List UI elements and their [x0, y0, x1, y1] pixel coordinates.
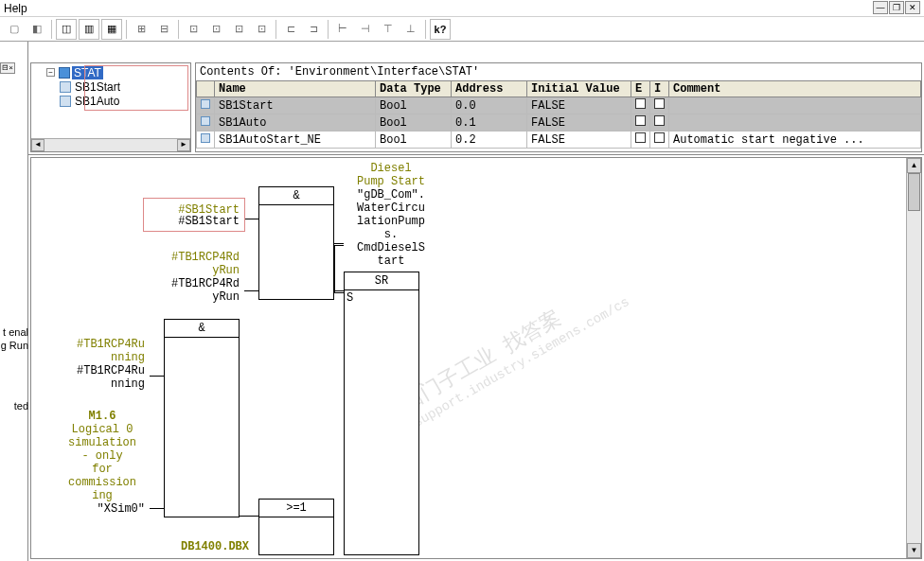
checkbox-e[interactable]: [635, 115, 646, 126]
or-gate[interactable]: >=1: [258, 499, 334, 555]
sr-s-label: S: [346, 291, 353, 305]
var-icon: [201, 133, 210, 143]
and-gate-2[interactable]: &: [164, 319, 240, 517]
checkbox-i[interactable]: [654, 115, 665, 126]
cell-initial[interactable]: FALSE: [527, 131, 631, 149]
sb1start-var: #SB1Start: [154, 215, 240, 228]
cell-comment[interactable]: [669, 114, 921, 131]
col-initial: Initial Value: [527, 81, 631, 97]
tb-view-3[interactable]: ▦: [101, 19, 122, 40]
tb1rcp-run-symbol: #TB1RCP4Ru nning: [50, 338, 145, 364]
var-icon: [60, 81, 71, 93]
tb-btn-1[interactable]: ▢: [4, 19, 25, 40]
truncated-labels: t enal g Run ted: [0, 325, 28, 412]
watermark: 西门子工业 找答案 support.industry.siemens.com/c…: [397, 270, 632, 430]
diesel-title: Diesel Pump Start: [344, 162, 438, 188]
checkbox-e[interactable]: [635, 98, 646, 109]
diesel-body: "gDB_Com". WaterCircu lationPump s. CmdD…: [344, 188, 438, 268]
cell-name[interactable]: SB1Start: [215, 97, 376, 114]
tb1rcp-ready-var: #TB1RCP4Rd yRun: [145, 277, 240, 304]
tb-btn-12[interactable]: ⊣: [355, 19, 376, 40]
col-i: I: [650, 81, 669, 97]
menubar: Help: [0, 0, 924, 17]
close-button[interactable]: ✕: [905, 1, 920, 14]
tb-btn-3[interactable]: ⊞: [131, 19, 151, 40]
toolbar: ▢ ◧ ◫ ▥ ▦ ⊞ ⊟ ⊡ ⊡ ⊡ ⊡ ⊏ ⊐ ⊢ ⊣ ⊤ ⊥ k?: [0, 17, 924, 42]
tb-btn-8[interactable]: ⊡: [251, 19, 272, 40]
tb-view-2[interactable]: ▥: [79, 19, 99, 40]
xsim0-var: "XSim0": [60, 502, 145, 516]
table-row[interactable]: SB1StartBool0.0FALSE: [197, 97, 921, 114]
tree-item[interactable]: SB1Start: [35, 79, 187, 94]
cell-address[interactable]: 0.2: [452, 131, 527, 149]
tb-btn-9[interactable]: ⊏: [280, 19, 301, 40]
restore-button[interactable]: ❐: [889, 1, 904, 14]
folder-icon: [59, 67, 70, 79]
contents-path: Contents Of: 'Environment\Interface\STAT…: [196, 63, 921, 80]
tree-root[interactable]: − STAT: [35, 65, 187, 79]
checkbox-i[interactable]: [654, 132, 665, 143]
db1400-label: DB1400.DBX: [145, 540, 249, 553]
and-gate-1[interactable]: &: [258, 186, 334, 300]
col-address: Address: [452, 81, 527, 97]
checkbox-i[interactable]: [654, 98, 665, 109]
tree-item[interactable]: SB1Auto: [35, 94, 187, 108]
tb1rcp-ready-symbol: #TB1RCP4Rd yRun: [145, 251, 240, 277]
tb-btn-5[interactable]: ⊡: [183, 19, 204, 40]
checkbox-e[interactable]: [635, 132, 646, 143]
cell-comment[interactable]: [669, 97, 921, 114]
tb1rcp-run-var: #TB1RCP4Ru nning: [50, 364, 145, 391]
table-row[interactable]: SB1AutoBool0.1FALSE: [197, 114, 921, 131]
window-controls: — ❐ ✕: [873, 1, 920, 14]
table-row[interactable]: SB1AutoStart_NEBool0.2FALSEAutomatic sta…: [197, 131, 921, 149]
cell-initial[interactable]: FALSE: [527, 114, 631, 131]
tb-help-icon[interactable]: k?: [430, 19, 451, 40]
minimize-button[interactable]: —: [873, 1, 888, 14]
col-datatype: Data Type: [376, 81, 452, 97]
tb-btn-6[interactable]: ⊡: [205, 19, 226, 40]
scroll-up-icon[interactable]: ▲: [907, 158, 921, 173]
variable-table-pane: Contents Of: 'Environment\Interface\STAT…: [195, 62, 922, 152]
col-name: Name: [215, 81, 376, 97]
cell-address[interactable]: 0.1: [452, 114, 527, 131]
var-icon: [201, 116, 210, 126]
tb-btn-13[interactable]: ⊤: [378, 19, 399, 40]
var-icon: [60, 96, 71, 107]
tb-view-1[interactable]: ◫: [56, 19, 77, 40]
left-dock: ⊟× t enal g Run ted: [0, 42, 28, 561]
var-icon: [201, 99, 210, 109]
col-e: E: [631, 81, 650, 97]
col-comment: Comment: [669, 81, 921, 97]
tb-btn-11[interactable]: ⊢: [332, 19, 353, 40]
dock-handle[interactable]: ⊟×: [0, 62, 15, 74]
scroll-down-icon[interactable]: ▼: [907, 543, 921, 558]
interface-tree[interactable]: − STAT SB1Start SB1Auto: [30, 62, 191, 152]
tb-btn-10[interactable]: ⊐: [303, 19, 324, 40]
cell-comment[interactable]: Automatic start negative ...: [669, 131, 921, 149]
editor-vscroll[interactable]: ▲ ▼: [906, 158, 921, 558]
scroll-thumb[interactable]: [908, 173, 920, 211]
m16-desc: Logical 0 simulation - only for commissi…: [60, 423, 145, 502]
tree-collapse-icon[interactable]: −: [46, 68, 55, 77]
tb-btn-2[interactable]: ◧: [27, 19, 47, 40]
cell-initial[interactable]: FALSE: [527, 97, 631, 114]
cell-name[interactable]: SB1AutoStart_NE: [215, 131, 376, 149]
sr-flipflop[interactable]: SR S: [344, 272, 419, 555]
menu-help[interactable]: Help: [4, 2, 27, 15]
cell-name[interactable]: SB1Auto: [215, 114, 376, 131]
tb-btn-14[interactable]: ⊥: [400, 19, 421, 40]
cell-datatype[interactable]: Bool: [376, 131, 452, 149]
tree-hscroll[interactable]: ◄►: [31, 138, 190, 151]
table-header-row: Name Data Type Address Initial Value E I…: [197, 81, 921, 97]
m16-title: M1.6: [60, 410, 145, 423]
cell-address[interactable]: 0.0: [452, 97, 527, 114]
variable-table[interactable]: Name Data Type Address Initial Value E I…: [196, 80, 921, 149]
fbd-editor[interactable]: 西门子工业 找答案 support.industry.siemens.com/c…: [30, 157, 922, 559]
cell-datatype[interactable]: Bool: [376, 97, 452, 114]
tb-btn-7[interactable]: ⊡: [228, 19, 249, 40]
cell-datatype[interactable]: Bool: [376, 114, 452, 131]
tb-btn-4[interactable]: ⊟: [153, 19, 174, 40]
